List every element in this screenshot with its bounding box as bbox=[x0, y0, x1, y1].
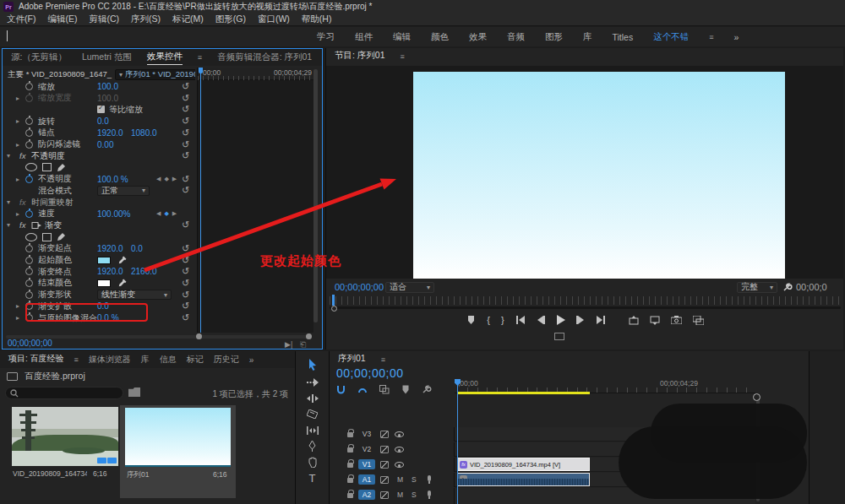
track-select-forward-tool[interactable] bbox=[305, 376, 319, 388]
tab-program-monitor[interactable]: 节目: 序列01 bbox=[335, 50, 385, 63]
zoom-handle-right[interactable] bbox=[306, 333, 312, 339]
reset-icon[interactable] bbox=[182, 313, 189, 322]
export-frame-button[interactable] bbox=[671, 316, 682, 324]
tab-project[interactable]: 项目: 百度经验 bbox=[8, 353, 64, 366]
effect-controls-timecode[interactable]: 00;00;00;00 bbox=[8, 339, 52, 348]
menu-window[interactable]: 窗口(W) bbox=[258, 14, 290, 25]
stopwatch-icon-active[interactable] bbox=[25, 210, 33, 218]
stopwatch-icon[interactable] bbox=[25, 257, 33, 264]
selection-tool[interactable] bbox=[305, 358, 319, 371]
audio-clip[interactable]: fx bbox=[457, 473, 590, 486]
blend-mode-dropdown[interactable]: 正常▾ bbox=[97, 186, 150, 196]
property-row-gradient-shape[interactable]: 渐变形状 线性渐变▾ bbox=[3, 290, 195, 301]
checkbox-checked-icon[interactable] bbox=[97, 106, 105, 113]
track-name-v2[interactable]: V2 bbox=[358, 444, 375, 454]
workspace-tab-libraries[interactable]: 库 bbox=[583, 31, 592, 43]
timeline-playhead[interactable] bbox=[457, 379, 458, 504]
solo-button[interactable]: S bbox=[412, 475, 417, 484]
reset-icon[interactable] bbox=[182, 301, 189, 311]
menu-file[interactable]: 文件(F) bbox=[7, 14, 35, 25]
pen-mask-icon[interactable] bbox=[57, 232, 66, 241]
reset-icon[interactable] bbox=[182, 117, 189, 126]
tab-libraries[interactable]: 库 bbox=[141, 354, 150, 366]
tab-effect-controls[interactable]: 效果控件 bbox=[147, 51, 183, 65]
project-root-row[interactable]: 百度经验.prproj bbox=[7, 371, 85, 382]
extract-button[interactable] bbox=[650, 316, 660, 325]
eye-toggle-icon[interactable] bbox=[395, 431, 404, 437]
add-marker-icon[interactable] bbox=[401, 385, 410, 394]
playback-resolution-dropdown[interactable]: 完整▾ bbox=[737, 282, 777, 293]
export-icon[interactable]: ⎗ bbox=[300, 340, 306, 350]
gradient-shape-dropdown[interactable]: 线性渐变▾ bbox=[97, 290, 172, 300]
step-back-button[interactable] bbox=[537, 316, 545, 324]
tab-media-browser[interactable]: 媒体浏览器 bbox=[89, 354, 131, 366]
stopwatch-icon[interactable] bbox=[25, 245, 33, 252]
tab-sequence-timeline[interactable]: 序列01 bbox=[338, 353, 366, 366]
disclosure-triangle-icon[interactable]: ▸ bbox=[16, 95, 19, 102]
disclosure-triangle-icon[interactable]: ▸ bbox=[16, 141, 19, 149]
property-row-start-color[interactable]: 起始颜色 bbox=[3, 255, 195, 266]
menu-markers[interactable]: 标记(M) bbox=[172, 14, 204, 25]
workspace-tab-audio[interactable]: 音频 bbox=[507, 31, 525, 43]
stopwatch-icon[interactable] bbox=[25, 268, 33, 275]
property-row-gradient-end[interactable]: 渐变终点 1920.0 2160.0 bbox=[3, 266, 195, 277]
menu-edit[interactable]: 编辑(E) bbox=[47, 14, 77, 25]
lift-button[interactable] bbox=[629, 316, 639, 325]
panel-menu-icon[interactable]: ≡ bbox=[198, 53, 202, 62]
reset-icon[interactable] bbox=[182, 279, 189, 288]
reset-icon[interactable] bbox=[182, 175, 189, 184]
program-playhead[interactable] bbox=[332, 295, 335, 306]
search-input[interactable] bbox=[5, 387, 123, 399]
keyframe-timeline-ruler[interactable]: 00;00 00;00;04;29 bbox=[198, 68, 314, 80]
type-tool[interactable]: T bbox=[305, 472, 319, 485]
wrench-icon[interactable] bbox=[422, 384, 432, 394]
disclosure-triangle-icon[interactable]: ▸ bbox=[16, 117, 19, 125]
project-item-video-thumbnail[interactable] bbox=[12, 407, 118, 466]
track-name-a1[interactable]: A1 bbox=[358, 474, 375, 485]
property-row-blend-mode[interactable]: 混合模式 正常▾ bbox=[3, 185, 195, 196]
scrollbar-handle[interactable] bbox=[331, 306, 337, 312]
sync-lock-icon[interactable] bbox=[380, 476, 389, 484]
rect-mask-icon[interactable] bbox=[42, 233, 52, 241]
property-row-rotation[interactable]: ▸ 旋转 0.0 bbox=[3, 116, 195, 127]
disclosure-triangle-icon[interactable]: ▸ bbox=[16, 176, 19, 183]
mute-button[interactable]: M bbox=[397, 490, 403, 499]
fx-effect-icon[interactable] bbox=[19, 151, 25, 160]
vertical-scrollbar[interactable] bbox=[313, 69, 318, 322]
property-row-anchor-point[interactable]: 锚点 1920.0 1080.0 bbox=[3, 127, 195, 138]
project-item-sequence-thumbnail[interactable] bbox=[125, 408, 231, 467]
ellipse-mask-icon[interactable] bbox=[25, 233, 37, 241]
zoom-level-dropdown[interactable]: 适合▾ bbox=[385, 282, 434, 293]
start-color-swatch[interactable] bbox=[97, 257, 111, 264]
slip-tool[interactable] bbox=[305, 424, 319, 436]
track-name-a2[interactable]: A2 bbox=[358, 490, 375, 500]
stopwatch-icon[interactable] bbox=[25, 279, 33, 287]
mute-button[interactable]: M bbox=[397, 475, 403, 484]
stopwatch-icon[interactable] bbox=[25, 95, 33, 102]
eye-toggle-icon[interactable] bbox=[395, 462, 404, 468]
section-row-opacity[interactable]: ▾ 不透明度 bbox=[3, 150, 195, 161]
video-clip[interactable]: fx VID_20190809_164734.mp4 [V] bbox=[457, 458, 590, 471]
master-clip-label[interactable]: 主要 * VID_20190809_1647_ bbox=[8, 69, 112, 80]
chevron-down-icon[interactable]: ▾ bbox=[7, 152, 10, 160]
mark-in-button[interactable]: { bbox=[487, 315, 490, 325]
scrollbar-handle[interactable] bbox=[753, 393, 760, 401]
workspace-tab-effects[interactable]: 效果 bbox=[469, 31, 487, 43]
workspace-menu-icon[interactable]: ≡ bbox=[709, 33, 713, 41]
keyframe-nav[interactable]: ◀◆▶ bbox=[156, 176, 177, 182]
stopwatch-icon[interactable] bbox=[25, 141, 33, 149]
workspace-tab-editing[interactable]: 编辑 bbox=[393, 31, 411, 43]
project-item-name[interactable]: VID_20190809_164734.mp4 bbox=[13, 469, 87, 478]
keyframe-timeline[interactable]: 00;00 00;00;04;29 bbox=[197, 68, 313, 333]
sync-lock-icon[interactable] bbox=[380, 431, 389, 438]
property-row-uniform-scale[interactable]: 等比缩放 bbox=[3, 104, 195, 115]
panel-menu-icon[interactable]: ≡ bbox=[74, 355, 79, 364]
add-marker-button[interactable] bbox=[466, 315, 476, 325]
reset-icon[interactable] bbox=[182, 105, 189, 114]
tab-history[interactable]: 历史记 bbox=[214, 354, 239, 366]
reset-icon[interactable] bbox=[182, 220, 189, 230]
section-row-gradient[interactable]: ▾ 渐变 bbox=[3, 219, 195, 230]
zoom-handle-left[interactable] bbox=[196, 333, 202, 339]
workspace-tab-assembly[interactable]: 组件 bbox=[355, 31, 373, 43]
stopwatch-icon[interactable] bbox=[25, 129, 33, 137]
